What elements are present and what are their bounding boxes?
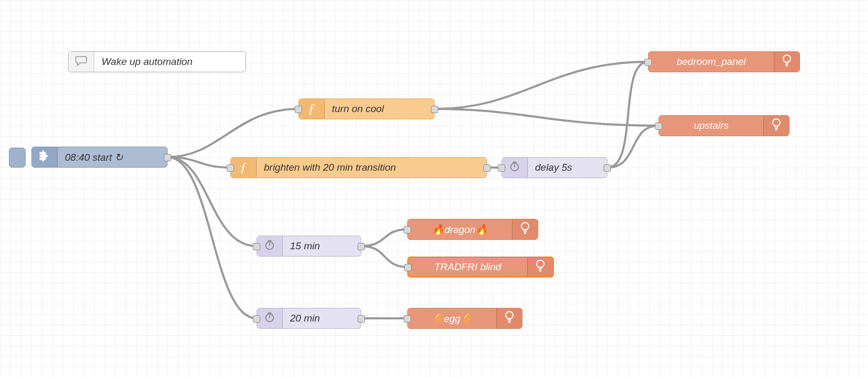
service-node-tradfri-blind[interactable]: TRADFRI blind — [407, 257, 554, 278]
input-port[interactable] — [295, 106, 302, 113]
input-port[interactable] — [655, 123, 662, 130]
comment-node[interactable]: Wake up automation — [68, 51, 246, 72]
svg-point-11 — [521, 223, 529, 230]
svg-point-9 — [783, 55, 791, 62]
output-port[interactable] — [431, 106, 438, 113]
node-label: 🥚egg🥚 — [408, 308, 496, 328]
node-label: 🔥dragon🔥 — [408, 219, 512, 239]
lightbulb-icon — [763, 116, 789, 136]
service-node-dragon[interactable]: 🔥dragon🔥 — [407, 219, 538, 240]
delay-node-20min[interactable]: 20 min — [257, 308, 361, 329]
service-node-egg[interactable]: 🥚egg🥚 — [407, 308, 522, 329]
lightbulb-icon — [527, 258, 553, 276]
node-label: upstairs — [659, 116, 763, 136]
svg-point-10 — [773, 119, 780, 126]
node-label: 15 min — [283, 236, 361, 256]
node-label: brighten with 20 min transition — [257, 158, 486, 178]
lightbulb-icon — [496, 308, 522, 328]
svg-point-13 — [506, 312, 513, 319]
lightbulb-icon — [512, 219, 538, 239]
inject-icon — [32, 147, 58, 167]
comment-label: Wake up automation — [94, 52, 246, 72]
service-node-bedroom-panel[interactable]: bedroom_panel — [648, 51, 800, 72]
timer-icon — [257, 236, 283, 256]
input-port[interactable] — [227, 164, 234, 172]
timer-icon — [257, 308, 283, 328]
function-icon: ƒ — [231, 158, 257, 178]
function-node-turn-on-cool[interactable]: ƒ turn on cool — [298, 98, 435, 119]
input-port[interactable] — [253, 243, 260, 250]
output-port[interactable] — [604, 164, 611, 172]
node-label: delay 5s — [528, 158, 607, 178]
speech-icon — [69, 52, 94, 72]
input-port[interactable] — [253, 315, 260, 323]
output-port[interactable] — [358, 243, 365, 250]
lightbulb-icon — [774, 52, 799, 72]
input-port[interactable] — [404, 226, 411, 234]
inject-button[interactable] — [9, 148, 26, 168]
output-port[interactable] — [164, 154, 171, 161]
node-label: turn on cool — [325, 99, 434, 119]
delay-node-15min[interactable]: 15 min — [257, 236, 361, 257]
input-port[interactable] — [404, 264, 411, 271]
timer-icon — [502, 158, 528, 178]
input-port[interactable] — [644, 59, 652, 66]
svg-point-12 — [537, 260, 544, 268]
node-label: bedroom_panel — [649, 52, 774, 72]
node-label: 20 min — [283, 308, 361, 328]
node-label: TRADFRI blind — [408, 258, 527, 276]
output-port[interactable] — [358, 315, 365, 323]
input-port[interactable] — [404, 315, 411, 323]
input-port[interactable] — [498, 164, 505, 172]
delay-node-5s[interactable]: delay 5s — [502, 157, 607, 178]
inject-node-start[interactable]: 08:40 start ↻ — [31, 147, 168, 168]
function-node-brighten[interactable]: ƒ brighten with 20 min transition — [230, 157, 487, 178]
function-icon: ƒ — [299, 99, 325, 119]
flow-canvas[interactable]: Wake up automation 08:40 start ↻ ƒ turn … — [0, 0, 868, 377]
inject-label: 08:40 start ↻ — [58, 147, 167, 167]
output-port[interactable] — [483, 164, 491, 172]
service-node-upstairs[interactable]: upstairs — [659, 115, 789, 136]
